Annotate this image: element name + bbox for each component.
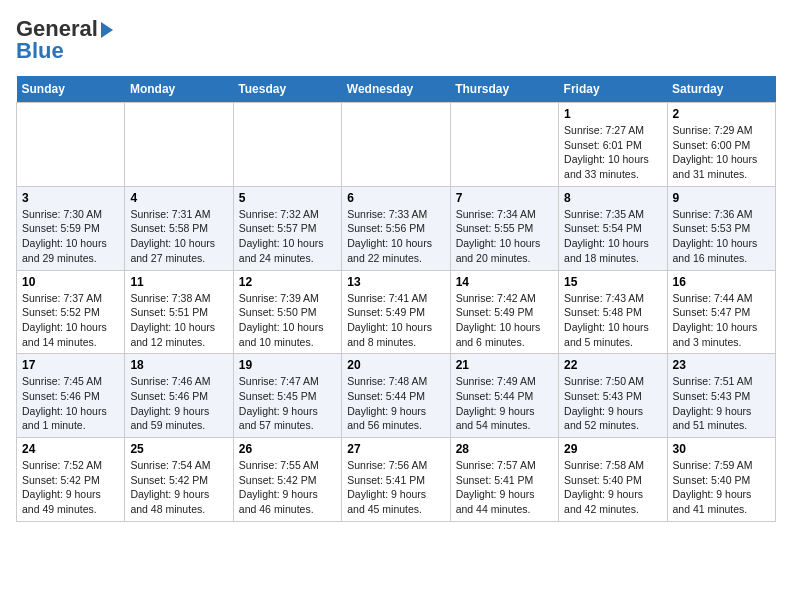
- day-number: 24: [22, 442, 119, 456]
- calendar-cell: 6Sunrise: 7:33 AM Sunset: 5:56 PM Daylig…: [342, 186, 450, 270]
- day-info: Sunrise: 7:52 AM Sunset: 5:42 PM Dayligh…: [22, 458, 119, 517]
- weekday-header: Friday: [559, 76, 667, 103]
- day-number: 7: [456, 191, 553, 205]
- calendar-cell: [17, 103, 125, 187]
- calendar-table: SundayMondayTuesdayWednesdayThursdayFrid…: [16, 76, 776, 522]
- weekday-header: Wednesday: [342, 76, 450, 103]
- calendar-cell: [125, 103, 233, 187]
- calendar-cell: 8Sunrise: 7:35 AM Sunset: 5:54 PM Daylig…: [559, 186, 667, 270]
- calendar-cell: [342, 103, 450, 187]
- calendar-cell: 5Sunrise: 7:32 AM Sunset: 5:57 PM Daylig…: [233, 186, 341, 270]
- day-info: Sunrise: 7:35 AM Sunset: 5:54 PM Dayligh…: [564, 207, 661, 266]
- calendar-cell: 7Sunrise: 7:34 AM Sunset: 5:55 PM Daylig…: [450, 186, 558, 270]
- day-info: Sunrise: 7:32 AM Sunset: 5:57 PM Dayligh…: [239, 207, 336, 266]
- day-info: Sunrise: 7:29 AM Sunset: 6:00 PM Dayligh…: [673, 123, 770, 182]
- day-number: 6: [347, 191, 444, 205]
- day-info: Sunrise: 7:54 AM Sunset: 5:42 PM Dayligh…: [130, 458, 227, 517]
- day-info: Sunrise: 7:30 AM Sunset: 5:59 PM Dayligh…: [22, 207, 119, 266]
- logo: General Blue: [16, 16, 113, 64]
- logo-text-blue: Blue: [16, 38, 64, 64]
- calendar-cell: 23Sunrise: 7:51 AM Sunset: 5:43 PM Dayli…: [667, 354, 775, 438]
- calendar-cell: 16Sunrise: 7:44 AM Sunset: 5:47 PM Dayli…: [667, 270, 775, 354]
- day-info: Sunrise: 7:38 AM Sunset: 5:51 PM Dayligh…: [130, 291, 227, 350]
- calendar-cell: 12Sunrise: 7:39 AM Sunset: 5:50 PM Dayli…: [233, 270, 341, 354]
- day-info: Sunrise: 7:56 AM Sunset: 5:41 PM Dayligh…: [347, 458, 444, 517]
- calendar-cell: [450, 103, 558, 187]
- calendar-cell: 26Sunrise: 7:55 AM Sunset: 5:42 PM Dayli…: [233, 438, 341, 522]
- day-info: Sunrise: 7:47 AM Sunset: 5:45 PM Dayligh…: [239, 374, 336, 433]
- day-number: 30: [673, 442, 770, 456]
- day-info: Sunrise: 7:44 AM Sunset: 5:47 PM Dayligh…: [673, 291, 770, 350]
- day-info: Sunrise: 7:57 AM Sunset: 5:41 PM Dayligh…: [456, 458, 553, 517]
- day-number: 12: [239, 275, 336, 289]
- calendar-week-row: 10Sunrise: 7:37 AM Sunset: 5:52 PM Dayli…: [17, 270, 776, 354]
- calendar-cell: [233, 103, 341, 187]
- day-number: 11: [130, 275, 227, 289]
- day-info: Sunrise: 7:33 AM Sunset: 5:56 PM Dayligh…: [347, 207, 444, 266]
- day-number: 28: [456, 442, 553, 456]
- calendar-cell: 24Sunrise: 7:52 AM Sunset: 5:42 PM Dayli…: [17, 438, 125, 522]
- day-number: 21: [456, 358, 553, 372]
- logo-arrow-icon: [101, 22, 113, 38]
- page-header: General Blue: [16, 16, 776, 64]
- day-info: Sunrise: 7:42 AM Sunset: 5:49 PM Dayligh…: [456, 291, 553, 350]
- calendar-week-row: 3Sunrise: 7:30 AM Sunset: 5:59 PM Daylig…: [17, 186, 776, 270]
- day-number: 2: [673, 107, 770, 121]
- day-number: 16: [673, 275, 770, 289]
- day-number: 29: [564, 442, 661, 456]
- day-number: 13: [347, 275, 444, 289]
- day-info: Sunrise: 7:37 AM Sunset: 5:52 PM Dayligh…: [22, 291, 119, 350]
- day-number: 23: [673, 358, 770, 372]
- calendar-cell: 19Sunrise: 7:47 AM Sunset: 5:45 PM Dayli…: [233, 354, 341, 438]
- day-info: Sunrise: 7:36 AM Sunset: 5:53 PM Dayligh…: [673, 207, 770, 266]
- day-number: 27: [347, 442, 444, 456]
- day-info: Sunrise: 7:58 AM Sunset: 5:40 PM Dayligh…: [564, 458, 661, 517]
- day-info: Sunrise: 7:39 AM Sunset: 5:50 PM Dayligh…: [239, 291, 336, 350]
- calendar-week-row: 1Sunrise: 7:27 AM Sunset: 6:01 PM Daylig…: [17, 103, 776, 187]
- day-info: Sunrise: 7:46 AM Sunset: 5:46 PM Dayligh…: [130, 374, 227, 433]
- calendar-cell: 3Sunrise: 7:30 AM Sunset: 5:59 PM Daylig…: [17, 186, 125, 270]
- weekday-header: Sunday: [17, 76, 125, 103]
- calendar-cell: 15Sunrise: 7:43 AM Sunset: 5:48 PM Dayli…: [559, 270, 667, 354]
- day-info: Sunrise: 7:34 AM Sunset: 5:55 PM Dayligh…: [456, 207, 553, 266]
- day-number: 10: [22, 275, 119, 289]
- calendar-cell: 2Sunrise: 7:29 AM Sunset: 6:00 PM Daylig…: [667, 103, 775, 187]
- day-number: 14: [456, 275, 553, 289]
- calendar-week-row: 17Sunrise: 7:45 AM Sunset: 5:46 PM Dayli…: [17, 354, 776, 438]
- calendar-cell: 4Sunrise: 7:31 AM Sunset: 5:58 PM Daylig…: [125, 186, 233, 270]
- day-info: Sunrise: 7:45 AM Sunset: 5:46 PM Dayligh…: [22, 374, 119, 433]
- day-number: 25: [130, 442, 227, 456]
- day-number: 1: [564, 107, 661, 121]
- day-info: Sunrise: 7:50 AM Sunset: 5:43 PM Dayligh…: [564, 374, 661, 433]
- calendar-cell: 27Sunrise: 7:56 AM Sunset: 5:41 PM Dayli…: [342, 438, 450, 522]
- day-number: 20: [347, 358, 444, 372]
- day-number: 3: [22, 191, 119, 205]
- day-info: Sunrise: 7:49 AM Sunset: 5:44 PM Dayligh…: [456, 374, 553, 433]
- calendar-cell: 13Sunrise: 7:41 AM Sunset: 5:49 PM Dayli…: [342, 270, 450, 354]
- day-info: Sunrise: 7:41 AM Sunset: 5:49 PM Dayligh…: [347, 291, 444, 350]
- calendar-cell: 18Sunrise: 7:46 AM Sunset: 5:46 PM Dayli…: [125, 354, 233, 438]
- calendar-cell: 29Sunrise: 7:58 AM Sunset: 5:40 PM Dayli…: [559, 438, 667, 522]
- day-info: Sunrise: 7:43 AM Sunset: 5:48 PM Dayligh…: [564, 291, 661, 350]
- calendar-cell: 28Sunrise: 7:57 AM Sunset: 5:41 PM Dayli…: [450, 438, 558, 522]
- day-number: 22: [564, 358, 661, 372]
- day-info: Sunrise: 7:48 AM Sunset: 5:44 PM Dayligh…: [347, 374, 444, 433]
- day-info: Sunrise: 7:27 AM Sunset: 6:01 PM Dayligh…: [564, 123, 661, 182]
- day-number: 4: [130, 191, 227, 205]
- weekday-header: Thursday: [450, 76, 558, 103]
- calendar-cell: 21Sunrise: 7:49 AM Sunset: 5:44 PM Dayli…: [450, 354, 558, 438]
- calendar-cell: 1Sunrise: 7:27 AM Sunset: 6:01 PM Daylig…: [559, 103, 667, 187]
- day-info: Sunrise: 7:59 AM Sunset: 5:40 PM Dayligh…: [673, 458, 770, 517]
- calendar-week-row: 24Sunrise: 7:52 AM Sunset: 5:42 PM Dayli…: [17, 438, 776, 522]
- day-info: Sunrise: 7:31 AM Sunset: 5:58 PM Dayligh…: [130, 207, 227, 266]
- day-number: 19: [239, 358, 336, 372]
- day-number: 8: [564, 191, 661, 205]
- calendar-cell: 17Sunrise: 7:45 AM Sunset: 5:46 PM Dayli…: [17, 354, 125, 438]
- day-info: Sunrise: 7:55 AM Sunset: 5:42 PM Dayligh…: [239, 458, 336, 517]
- calendar-header-row: SundayMondayTuesdayWednesdayThursdayFrid…: [17, 76, 776, 103]
- calendar-cell: 20Sunrise: 7:48 AM Sunset: 5:44 PM Dayli…: [342, 354, 450, 438]
- calendar-cell: 14Sunrise: 7:42 AM Sunset: 5:49 PM Dayli…: [450, 270, 558, 354]
- day-number: 9: [673, 191, 770, 205]
- day-number: 17: [22, 358, 119, 372]
- weekday-header: Monday: [125, 76, 233, 103]
